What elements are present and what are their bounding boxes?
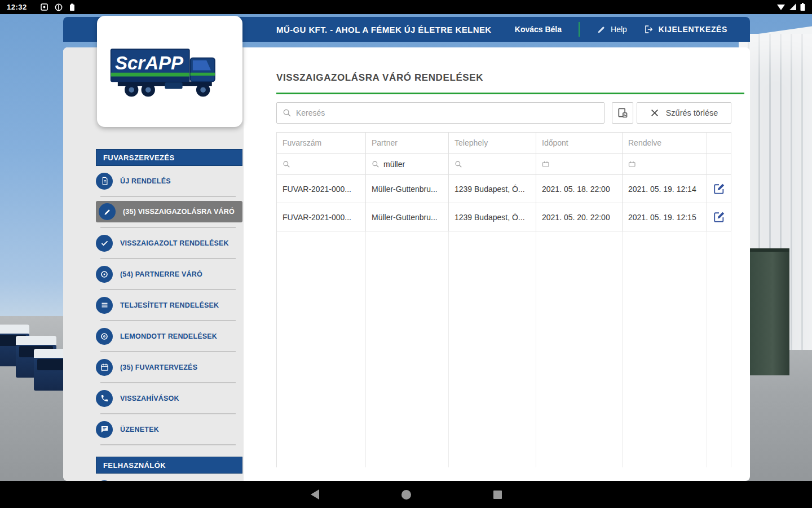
sidebar-section-fuvarszervezes: FUVARSZERVEZÉS — [96, 149, 242, 166]
filter-fuvarszam[interactable] — [277, 154, 366, 175]
close-icon — [650, 108, 659, 117]
sidebar-item-partnerre-varo[interactable]: (54) PARTNERRE VÁRÓ — [96, 259, 242, 289]
screen: 12:32 MŰ-GU KFT. - AHOL A FÉMEK ÚJ ÉLETR… — [0, 0, 812, 508]
company-slogan: MŰ-GU KFT. - AHOL A FÉMEK ÚJ ÉLETRE KELN… — [276, 17, 492, 42]
logout-button[interactable]: KIJELENTKEZÉS — [644, 25, 727, 34]
sidebar-item-visszaigazolasra-varo[interactable]: (35) VISSZAIGAZOLÁSRA VÁRÓ — [96, 201, 242, 222]
back-button[interactable] — [303, 483, 326, 506]
help-label: Help — [611, 25, 627, 34]
user-name[interactable]: Kovács Béla — [515, 25, 562, 34]
export-button[interactable] — [612, 102, 633, 124]
date-filter-icon — [542, 160, 550, 168]
sidebar-item-soforok[interactable]: SOFŐRÖK — [96, 474, 242, 481]
edit-icon — [713, 211, 725, 224]
sidebar-item-label: VISSZAIGAZOLT RENDELÉSEK — [120, 239, 229, 247]
export-icon — [617, 107, 628, 119]
recents-button[interactable] — [486, 483, 509, 506]
page-title: VISSZAIGAZOLÁSRA VÁRÓ RENDELÉSEK — [276, 47, 744, 84]
filter-telephely[interactable] — [449, 154, 536, 175]
search-icon — [372, 160, 379, 168]
toolbar: Szűrés törlése — [276, 102, 731, 124]
background-truck — [34, 349, 68, 391]
app-logo-card: ScrAPP — [97, 16, 242, 127]
sidebar-item-label: ÜZENETEK — [120, 426, 159, 433]
search-icon — [454, 160, 462, 168]
home-button[interactable] — [394, 483, 418, 506]
search-icon — [283, 160, 290, 168]
filter-partner[interactable] — [366, 154, 449, 175]
sidebar-item-label: (35) VISSZAIGAZOLÁSRA VÁRÓ — [123, 208, 235, 216]
divider — [100, 196, 236, 197]
sidebar-section-felhasznalok: FELHASZNÁLÓK — [96, 457, 242, 474]
completed-orders-icon — [96, 297, 113, 314]
new-order-icon — [96, 173, 113, 190]
logout-icon — [644, 25, 654, 34]
wifi-icon — [776, 3, 785, 11]
cancelled-orders-icon — [96, 328, 113, 345]
table-filter-row — [277, 154, 731, 175]
cell-fuvarszam: FUVAR-2021-000... — [277, 175, 366, 203]
sidebar-item-uj-rendeles[interactable]: ÚJ RENDELÉS — [96, 166, 242, 196]
cell-telephely: 1239 Budapest, Ó... — [449, 203, 536, 231]
search-icon — [283, 108, 292, 117]
logout-label: KIJELENTKEZÉS — [659, 25, 727, 34]
date-filter-icon — [628, 160, 637, 168]
table-row[interactable]: FUVAR-2021-000... Müller-Guttenbru... 12… — [277, 175, 731, 203]
edit-row-button[interactable] — [707, 203, 731, 231]
recents-icon — [493, 490, 502, 500]
edit-row-button[interactable] — [707, 175, 731, 203]
cell-telephely: 1239 Budapest, Ó... — [449, 175, 536, 203]
column-header-actions — [707, 132, 731, 154]
cell-fuvarszam: FUVAR-2021-000... — [277, 203, 366, 231]
column-header-idopont[interactable]: Időpont — [536, 132, 623, 154]
awaiting-confirmation-icon — [99, 203, 116, 220]
column-header-rendelve[interactable]: Rendelve — [623, 132, 707, 154]
sidebar-item-visszaigazolt[interactable]: VISSZAIGAZOLT RENDELÉSEK — [96, 228, 242, 258]
cell-idopont: 2021. 05. 20. 22:00 — [536, 203, 623, 231]
background-dumpster — [747, 248, 789, 375]
clear-filter-button[interactable]: Szűrés törlése — [637, 102, 731, 124]
filter-idopont[interactable] — [536, 154, 623, 175]
filter-actions — [707, 154, 731, 175]
help-icon — [597, 25, 606, 34]
content-area: VISSZAIGAZOLÁSRA VÁRÓ RENDELÉSEK Szűrés … — [276, 47, 744, 467]
divider — [579, 22, 580, 37]
divider — [100, 444, 236, 445]
column-header-telephely[interactable]: Telephely — [449, 132, 536, 154]
sidebar-item-fuvartervezes[interactable]: (35) FUVARTERVEZÉS — [96, 352, 242, 382]
android-status-bar: 12:32 — [0, 0, 812, 14]
help-button[interactable]: Help — [597, 25, 627, 34]
sidebar-item-lemondott[interactable]: LEMONDOTT RENDELÉSEK — [96, 321, 242, 351]
table-row[interactable]: FUVAR-2021-000... Müller-Guttenbru... 12… — [277, 203, 731, 231]
android-nav-bar — [0, 481, 812, 508]
back-icon — [310, 489, 320, 500]
column-header-partner[interactable]: Partner — [366, 132, 449, 154]
cell-rendelve: 2021. 05. 19. 12:14 — [623, 175, 707, 203]
notification-icon-2 — [55, 3, 63, 11]
orders-table: Fuvarszám Partner Telephely Időpont Rend… — [276, 132, 731, 467]
sidebar-item-uzenetek[interactable]: ÜZENETEK — [96, 414, 242, 444]
sidebar-item-label: (35) FUVARTERVEZÉS — [120, 364, 197, 371]
clock: 12:32 — [7, 3, 27, 11]
callbacks-icon — [96, 390, 113, 407]
column-header-fuvarszam[interactable]: Fuvarszám — [277, 132, 366, 154]
scrapp-truck-logo: ScrAPP — [106, 42, 233, 102]
filter-partner-input[interactable] — [383, 160, 429, 169]
logo-text: ScrAPP — [115, 52, 184, 73]
clear-filter-label: Szűrés törlése — [666, 108, 718, 117]
filter-rendelve[interactable] — [623, 154, 707, 175]
cellular-signal-icon — [789, 3, 797, 11]
sidebar-item-label: TELJESÍTETT RENDELÉSEK — [120, 301, 219, 309]
sidebar-item-teljesitett[interactable]: TELJESÍTETT RENDELÉSEK — [96, 290, 242, 320]
sidebar-item-label: ÚJ RENDELÉS — [120, 177, 171, 185]
search-input[interactable] — [296, 108, 598, 117]
sidebar-item-visszahivasok[interactable]: VISSZAHÍVÁSOK — [96, 383, 242, 413]
title-underline — [276, 93, 744, 94]
awaiting-partner-icon — [96, 266, 113, 283]
search-box — [276, 102, 604, 124]
table-header-row: Fuvarszám Partner Telephely Időpont Rend… — [277, 132, 731, 154]
cell-partner: Müller-Guttenbru... — [366, 175, 449, 203]
table-empty-area — [277, 231, 731, 467]
edit-icon — [713, 182, 725, 195]
sidebar-item-label: LEMONDOTT RENDELÉSEK — [120, 332, 217, 340]
